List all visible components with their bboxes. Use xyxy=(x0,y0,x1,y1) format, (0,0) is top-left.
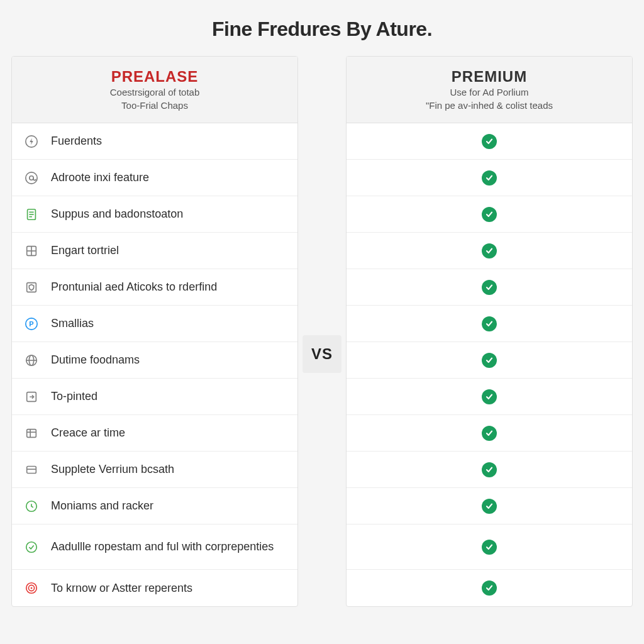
check-icon xyxy=(482,580,497,596)
feature-label: Aadullle ropestam and ful with corprepen… xyxy=(51,540,274,554)
feature-label: To-pinted xyxy=(51,389,97,404)
globe-icon xyxy=(23,352,40,369)
svg-rect-20 xyxy=(27,466,36,473)
svg-rect-17 xyxy=(27,429,36,437)
card-icon xyxy=(23,462,40,478)
plan-name-left: PREALASE xyxy=(18,68,291,86)
p-circle-icon: P xyxy=(23,316,40,332)
plan-header-left: PREALASE Coestrsigoral of totab Too-Fria… xyxy=(12,57,297,123)
feature-row: Moniams and racker xyxy=(12,488,297,525)
feature-check-row xyxy=(347,379,632,415)
feature-label: Prontunial aed Aticoks to rderfind xyxy=(51,280,217,294)
svg-point-2 xyxy=(30,175,33,179)
vs-divider: VS xyxy=(303,335,341,373)
check-icon xyxy=(482,540,497,555)
check-icon xyxy=(482,280,497,295)
feature-row: Suppus and badonstoaton xyxy=(12,196,297,233)
svg-point-1 xyxy=(26,172,37,183)
feature-row: Engart tortriel xyxy=(12,233,297,269)
check-icon xyxy=(482,353,497,368)
plan-sub2-right: "Fin pe av-inhed & colist teads xyxy=(353,99,626,112)
check-icon xyxy=(482,499,497,514)
plan-sub2-left: Too-Frial Chaps xyxy=(18,99,291,112)
feature-check-row xyxy=(347,196,632,233)
shield-icon xyxy=(23,279,40,296)
grid-icon xyxy=(23,243,40,259)
feature-row: Supplete Verrium bcsath xyxy=(12,452,297,488)
feature-label: Adroote inxi feature xyxy=(51,170,149,185)
feature-label: Moniams and racker xyxy=(51,499,153,513)
feature-label: Creace ar time xyxy=(51,426,125,440)
feature-row: Prontunial aed Aticoks to rderfind xyxy=(12,269,297,306)
clock-icon xyxy=(23,498,40,514)
feature-check-row xyxy=(347,269,632,306)
check-icon xyxy=(482,316,497,331)
bolt-icon xyxy=(23,133,40,150)
target-icon xyxy=(23,580,40,596)
feature-label: Dutime foodnams xyxy=(51,353,140,367)
feature-label: Smallias xyxy=(51,316,94,331)
feature-check-row xyxy=(347,306,632,342)
feature-row: Adroote inxi feature xyxy=(12,160,297,196)
plan-header-right: PREMIUM Use for Ad Porlium "Fin pe av-in… xyxy=(347,57,632,123)
check-icon xyxy=(482,462,497,477)
feature-row: Dutime foodnams xyxy=(12,342,297,379)
check-icon xyxy=(482,134,497,149)
check-icon xyxy=(482,426,497,441)
plan-column-left: PREALASE Coestrsigoral of totab Too-Fria… xyxy=(11,56,298,607)
feature-check-row xyxy=(347,525,632,570)
check-icon xyxy=(482,170,497,186)
feature-check-row xyxy=(347,415,632,452)
doc-icon xyxy=(23,206,40,223)
table-icon xyxy=(23,425,40,441)
plan-sub1-left: Coestrsigoral of totab xyxy=(18,86,291,99)
check-icon xyxy=(482,207,497,222)
at-icon xyxy=(23,170,40,186)
svg-text:P: P xyxy=(29,319,33,327)
feature-label: Supplete Verrium bcsath xyxy=(51,462,174,477)
feature-row: Creace ar time xyxy=(12,415,297,452)
feature-label: Engart tortriel xyxy=(51,243,119,258)
svg-point-23 xyxy=(26,541,37,552)
feature-check-row xyxy=(347,342,632,379)
feature-check-row xyxy=(347,570,632,606)
feature-row: To-pinted xyxy=(12,379,297,415)
feature-check-row xyxy=(347,123,632,160)
arrow-icon xyxy=(23,389,40,405)
plan-name-right: PREMIUM xyxy=(353,68,626,86)
plan-column-right: PREMIUM Use for Ad Porlium "Fin pe av-in… xyxy=(346,56,633,607)
feature-label: To krnow or Astter reperents xyxy=(51,581,192,596)
feature-check-row xyxy=(347,233,632,269)
svg-point-26 xyxy=(31,587,33,589)
feature-check-row xyxy=(347,160,632,196)
check-circle-icon xyxy=(23,539,40,555)
feature-check-row xyxy=(347,452,632,488)
plan-sub1-right: Use for Ad Porlium xyxy=(353,86,626,99)
feature-row: To krnow or Astter reperents xyxy=(12,570,297,606)
feature-check-row xyxy=(347,488,632,525)
comparison-table: PREALASE Coestrsigoral of totab Too-Fria… xyxy=(0,56,644,607)
feature-row: PSmallias xyxy=(12,306,297,342)
feature-row: Fuerdents xyxy=(12,123,297,160)
feature-row: Aadullle ropestam and ful with corprepen… xyxy=(12,525,297,570)
check-icon xyxy=(482,389,497,404)
feature-label: Fuerdents xyxy=(51,134,102,148)
page-title: Fine Fredures By Ature. xyxy=(0,0,644,56)
feature-label: Suppus and badonstoaton xyxy=(51,207,183,221)
check-icon xyxy=(482,243,497,258)
